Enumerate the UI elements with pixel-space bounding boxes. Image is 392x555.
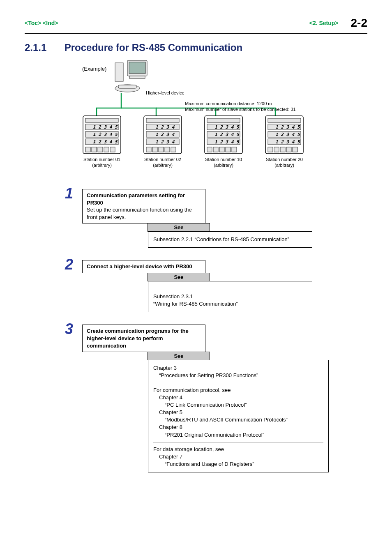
see-text: Subsection 2.2.1 “Conditions for RS-485 … <box>153 236 289 242</box>
step-box: Communication parameters setting for PR3… <box>82 189 205 223</box>
example-label: (Example) <box>82 66 106 72</box>
svg-rect-16 <box>98 147 103 152</box>
see-line: “PR201 Original Communication Protocol” <box>153 431 323 439</box>
chapter-link[interactable]: <2. Setup> <box>309 20 339 26</box>
svg-text:1 2 3 4: 1 2 3 4 <box>155 132 175 137</box>
svg-rect-40 <box>207 147 212 152</box>
section-number: 2.1.1 <box>25 42 62 53</box>
svg-text:1 2 3 4 5: 1 2 3 4 5 <box>275 139 300 145</box>
svg-rect-1 <box>129 62 145 74</box>
svg-rect-27 <box>146 147 151 152</box>
meter-icon: 1 2 3 4 1 2 3 4 1 2 3 4 <box>143 115 182 154</box>
see-line: Chapter 3 <box>153 364 323 372</box>
svg-text:1 2 3 4 5: 1 2 3 4 5 <box>93 132 118 137</box>
divider <box>153 442 323 442</box>
svg-rect-43 <box>226 147 231 152</box>
spec-distance: Maximum communication distance: 1200 m <box>185 101 296 106</box>
svg-rect-2 <box>129 76 145 78</box>
devices-row: 1 2 3 4 5 1 2 3 4 5 1 2 3 4 5 Station nu… <box>82 115 304 168</box>
station-sub: (arbitrary) <box>265 162 304 168</box>
step-title: Communication parameters setting for PR3… <box>87 192 185 206</box>
see-line: Chapter 8 <box>153 424 323 431</box>
svg-rect-29 <box>159 147 164 152</box>
svg-rect-20 <box>146 118 179 122</box>
svg-rect-57 <box>293 147 297 152</box>
step-box: Connect a higher-level device with PR300 <box>82 260 205 273</box>
index-link[interactable]: <Ind> <box>43 20 58 26</box>
svg-rect-17 <box>104 147 109 152</box>
spec-text: Maximum communication distance: 1200 m M… <box>185 101 296 113</box>
step-number: 1 <box>65 185 73 202</box>
see-tab: See <box>148 352 210 360</box>
svg-rect-3 <box>115 63 123 81</box>
meter-icon: 1 2 3 4 5 1 2 3 4 5 1 2 3 4 5 <box>82 115 122 154</box>
see-text: Subsection 2.3.1 “Wiring for RS-485 Comm… <box>153 293 238 307</box>
station-sub: (arbitrary) <box>82 162 122 168</box>
see-line: Chapter 7 <box>153 453 323 461</box>
svg-rect-5 <box>118 85 136 88</box>
device-02: 1 2 3 4 1 2 3 4 1 2 3 4 Station number 0… <box>143 115 182 168</box>
see-tab: See <box>148 273 210 281</box>
svg-text:1 2 3 4: 1 2 3 4 <box>155 124 175 130</box>
svg-rect-31 <box>171 147 176 152</box>
step-1: 1 Communication parameters setting for P… <box>82 189 337 248</box>
host-label: Higher-level device <box>146 90 184 95</box>
see-line: “Procedures for Setting PR300 Functions” <box>153 372 323 379</box>
steps: 1 Communication parameters setting for P… <box>82 189 337 472</box>
svg-rect-7 <box>85 118 118 122</box>
svg-text:1 2 3 4 5: 1 2 3 4 5 <box>214 132 240 137</box>
svg-rect-53 <box>268 147 273 152</box>
meter-icon: 1 2 3 4 5 1 2 3 4 5 1 2 3 4 5 <box>204 115 243 154</box>
svg-text:1 2 3 4 5: 1 2 3 4 5 <box>93 139 118 145</box>
station-label: Station number 20 <box>265 157 304 162</box>
device-10: 1 2 3 4 5 1 2 3 4 5 1 2 3 4 5 Station nu… <box>204 115 243 168</box>
step-3: 3 Create communication programs for the … <box>82 325 337 472</box>
step-number: 2 <box>65 256 73 273</box>
svg-rect-18 <box>110 147 115 152</box>
device-20: 1 2 3 4 5 1 2 3 4 5 1 2 3 4 5 Station nu… <box>265 115 304 168</box>
step-title: Create communication programs for the hi… <box>87 328 189 348</box>
svg-rect-44 <box>232 147 237 152</box>
header-rule <box>25 33 367 34</box>
see-line: “Modbus/RTU and ASCII Communication Prot… <box>153 416 323 424</box>
divider <box>153 383 323 383</box>
svg-rect-15 <box>92 147 97 152</box>
device-01: 1 2 3 4 5 1 2 3 4 5 1 2 3 4 5 Station nu… <box>82 115 122 168</box>
see-wrap: See Chapter 3 “Procedures for Setting PR… <box>148 352 329 472</box>
svg-rect-46 <box>268 118 301 122</box>
station-label: Station number 01 <box>82 157 122 162</box>
see-line: For data storage location, see <box>153 446 323 453</box>
spec-slaves: Maximum number of slave stations to be c… <box>185 106 296 112</box>
svg-rect-28 <box>152 147 157 152</box>
toc-link[interactable]: <Toc> <box>25 20 41 26</box>
svg-rect-14 <box>85 147 90 152</box>
station-sub: (arbitrary) <box>143 162 182 168</box>
station-label: Station number 02 <box>143 157 182 162</box>
svg-text:1 2 3 4 5: 1 2 3 4 5 <box>214 124 240 130</box>
meter-icon: 1 2 3 4 5 1 2 3 4 5 1 2 3 4 5 <box>265 115 304 154</box>
svg-text:1 2 3 4 5: 1 2 3 4 5 <box>93 124 118 130</box>
svg-text:1 2 3 4: 1 2 3 4 <box>155 139 175 145</box>
station-sub: (arbitrary) <box>204 162 243 168</box>
see-line: Chapter 4 <box>153 394 323 401</box>
svg-rect-56 <box>286 147 291 152</box>
pc-icon <box>113 60 150 98</box>
step-title: Connect a higher-level device with PR300 <box>87 263 192 269</box>
svg-rect-30 <box>165 147 170 152</box>
svg-rect-54 <box>274 147 279 152</box>
step-box: Create communication programs for the hi… <box>82 325 205 352</box>
see-body: Chapter 3 “Procedures for Setting PR300 … <box>148 360 329 472</box>
see-body: Subsection 2.2.1 “Conditions for RS-485 … <box>148 231 312 248</box>
page-number: 2-2 <box>351 16 367 30</box>
see-body: Subsection 2.3.1 “Wiring for RS-485 Comm… <box>148 281 312 313</box>
page-header: <Toc> <Ind> <2. Setup> 2-2 <box>25 16 367 30</box>
svg-text:1 2 3 4 5: 1 2 3 4 5 <box>214 139 240 145</box>
svg-rect-33 <box>207 118 240 122</box>
svg-rect-42 <box>219 147 224 152</box>
see-tab: See <box>148 223 210 232</box>
step-body: Set up the communication function using … <box>87 207 192 220</box>
network-diagram: (Example) Higher-level device Maximum co… <box>82 62 367 189</box>
see-wrap: See Subsection 2.3.1 “Wiring for RS-485 … <box>148 273 312 313</box>
station-label: Station number 10 <box>204 157 243 162</box>
see-line: Chapter 5 <box>153 409 323 416</box>
